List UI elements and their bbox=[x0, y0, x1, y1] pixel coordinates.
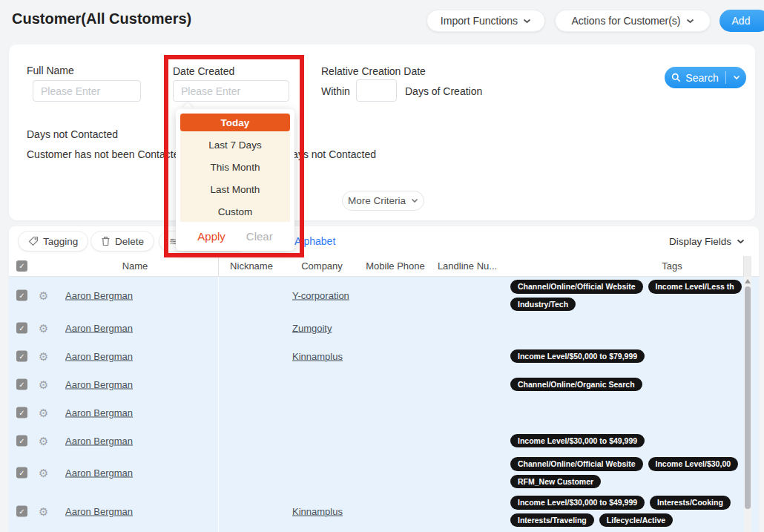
tag-pill: Interests/Traveling bbox=[510, 513, 594, 528]
actions-for-customers-button[interactable]: Actions for Customer(s) bbox=[555, 10, 711, 32]
tags-cell: Channel/Online/Organic Search bbox=[510, 370, 745, 398]
import-functions-label: Import Functions bbox=[441, 15, 518, 27]
row-checkbox[interactable]: ✓ bbox=[16, 379, 27, 390]
dropdown-actions: Apply Clear bbox=[176, 222, 294, 251]
row-checkbox[interactable]: ✓ bbox=[16, 290, 27, 301]
gear-icon[interactable]: ⚙ bbox=[39, 290, 48, 301]
tags-cell bbox=[510, 398, 745, 427]
page-title: Customer(All Customers) bbox=[12, 10, 191, 27]
gear-icon[interactable]: ⚙ bbox=[39, 323, 48, 334]
dropdown-option-last-month[interactable]: Last Month bbox=[180, 178, 290, 200]
column-header-company[interactable]: Company bbox=[301, 260, 343, 272]
tag-pill: Income Level/Less th bbox=[648, 280, 742, 294]
gear-icon[interactable]: ⚙ bbox=[39, 351, 48, 362]
dropdown-option-today[interactable]: Today bbox=[180, 114, 290, 131]
full-name-input[interactable] bbox=[33, 80, 141, 102]
customer-name-link[interactable]: Aaron Bergman bbox=[65, 506, 133, 517]
tags-cell: Income Level/$30,000 to $49,999Interests… bbox=[510, 490, 745, 532]
tag-pill: Interests/Cooking bbox=[650, 496, 731, 510]
more-criteria-label: More Criteria bbox=[348, 195, 406, 206]
row-checkbox[interactable]: ✓ bbox=[16, 436, 27, 447]
tag-pill: Income Level/$30,00 bbox=[648, 457, 739, 471]
date-created-input[interactable] bbox=[173, 80, 289, 102]
alphabet-link[interactable]: Alphabet bbox=[294, 235, 335, 247]
search-dropdown-button[interactable] bbox=[726, 75, 746, 80]
dropdown-option-last-7-days[interactable]: Last 7 Days bbox=[180, 134, 290, 156]
company-link[interactable]: Kinnamplus bbox=[292, 351, 343, 362]
row-checkbox[interactable]: ✓ bbox=[16, 351, 27, 362]
row-checkbox[interactable]: ✓ bbox=[16, 323, 27, 334]
customer-name-link[interactable]: Aaron Bergman bbox=[65, 436, 133, 447]
column-header-nickname[interactable]: Nickname bbox=[230, 260, 273, 272]
row-checkbox[interactable]: ✓ bbox=[16, 467, 27, 479]
tag-pill: Channel/Online/Official Website bbox=[510, 457, 643, 471]
tagging-button[interactable]: Tagging bbox=[18, 231, 88, 252]
apply-button[interactable]: Apply bbox=[197, 230, 225, 243]
customer-name-link[interactable]: Aaron Bergman bbox=[65, 379, 133, 390]
column-divider bbox=[218, 277, 219, 532]
chevron-down-icon bbox=[733, 75, 740, 80]
import-functions-button[interactable]: Import Functions bbox=[427, 10, 545, 32]
display-fields-label: Display Fields bbox=[669, 236, 731, 247]
check-icon: ✓ bbox=[19, 409, 24, 416]
column-header-landline[interactable]: Landline Nu... bbox=[438, 260, 497, 272]
gear-icon[interactable]: ⚙ bbox=[39, 436, 48, 447]
check-icon: ✓ bbox=[19, 352, 24, 360]
gear-icon[interactable]: ⚙ bbox=[39, 379, 48, 390]
column-header-tags[interactable]: Tags bbox=[662, 260, 682, 272]
table-row: ✓⚙Aaron BergmanKinnamplusIncome Level/$3… bbox=[9, 490, 759, 532]
customer-name-link[interactable]: Aaron Bergman bbox=[65, 290, 133, 301]
check-icon: ✓ bbox=[19, 437, 24, 444]
gear-icon[interactable]: ⚙ bbox=[39, 407, 48, 418]
row-checkbox[interactable]: ✓ bbox=[16, 407, 27, 418]
clear-button[interactable]: Clear bbox=[246, 230, 273, 243]
tags-cell bbox=[510, 314, 745, 342]
dropdown-option-custom[interactable]: Custom bbox=[180, 200, 290, 223]
gear-icon[interactable]: ⚙ bbox=[39, 467, 48, 479]
add-button[interactable]: Add bbox=[719, 10, 764, 32]
tag-pill: RFM_New Customer bbox=[510, 475, 601, 489]
customer-name-link[interactable]: Aaron Bergman bbox=[65, 351, 133, 362]
not-contacted-prefix-label: Customer has not been Contacted bbox=[27, 148, 185, 160]
delete-button[interactable]: Delete bbox=[90, 231, 154, 252]
company-link[interactable]: Kinnamplus bbox=[292, 506, 343, 517]
row-checkbox[interactable]: ✓ bbox=[16, 506, 27, 517]
chevron-down-icon bbox=[523, 19, 531, 24]
relative-creation-date-label: Relative Creation Date bbox=[321, 65, 426, 77]
table-row: ✓⚙Aaron BergmanKinnamplusIncome Level/$5… bbox=[9, 342, 759, 370]
tag-pill: Channel/Online/Official Website bbox=[510, 280, 643, 294]
customer-name-link[interactable]: Aaron Bergman bbox=[65, 467, 133, 479]
display-fields-button[interactable]: Display Fields bbox=[669, 236, 745, 247]
scrollbar-thumb[interactable] bbox=[745, 286, 751, 509]
more-criteria-button[interactable]: More Criteria bbox=[342, 191, 424, 211]
vertical-scrollbar[interactable] bbox=[744, 277, 751, 532]
dropdown-option-this-month[interactable]: This Month bbox=[180, 156, 290, 178]
tags-cell: Income Level/$50,000 to $79,999 bbox=[510, 342, 745, 370]
search-label: Search bbox=[685, 72, 718, 84]
header-scrollbar-gutter bbox=[743, 256, 751, 277]
select-all-checkbox[interactable]: ✓ bbox=[16, 260, 27, 272]
within-label: Within bbox=[321, 85, 350, 97]
customer-name-link[interactable]: Aaron Bergman bbox=[65, 407, 133, 418]
check-icon: ✓ bbox=[19, 469, 24, 476]
check-icon: ✓ bbox=[19, 381, 24, 388]
check-icon: ✓ bbox=[19, 324, 24, 332]
scrollbar-up-arrow-icon[interactable] bbox=[745, 279, 751, 283]
table-row: ✓⚙Aaron BergmanZumgoity bbox=[9, 314, 759, 342]
gear-icon[interactable]: ⚙ bbox=[39, 506, 48, 517]
search-button[interactable]: Search bbox=[665, 72, 725, 84]
days-not-contacted-label: Days not Contacted bbox=[27, 128, 118, 140]
column-header-name[interactable]: Name bbox=[122, 260, 148, 272]
company-link[interactable]: Y-corporation bbox=[292, 290, 349, 301]
within-days-input[interactable] bbox=[356, 79, 397, 102]
customer-name-link[interactable]: Aaron Bergman bbox=[65, 323, 133, 334]
column-divider bbox=[218, 256, 219, 277]
days-of-creation-label: Days of Creation bbox=[405, 85, 482, 97]
company-link[interactable]: Zumgoity bbox=[292, 323, 332, 334]
check-icon: ✓ bbox=[19, 292, 24, 299]
crm-customer-page: Customer(All Customers) Import Functions… bbox=[0, 0, 764, 532]
tag-pill: Lifecycle/Active bbox=[599, 513, 673, 528]
actions-label: Actions for Customer(s) bbox=[571, 15, 680, 27]
column-header-mobile-phone[interactable]: Mobile Phone bbox=[366, 260, 425, 272]
full-name-label: Full Name bbox=[27, 65, 74, 76]
